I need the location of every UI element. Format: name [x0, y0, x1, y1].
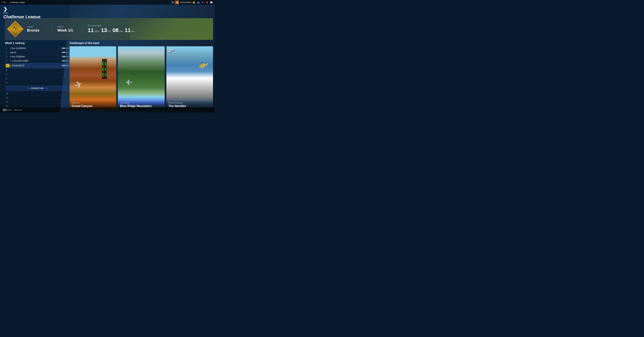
rank-num-5: 5: [6, 64, 9, 67]
friends-icon[interactable]: 👥: [196, 1, 200, 4]
top-bar-controls: B 🖼 CAndor#5319 🔔 👥 ⚙ 🔖 💬: [172, 0, 213, 4]
rank-num-10: 10: [6, 92, 10, 94]
min-count: 08: [112, 27, 118, 34]
promotion-arrow-right-icon: ⬆: [46, 87, 48, 90]
gate-visual: ❮❮ ❮❮ ❮❮: [102, 59, 107, 79]
series-label: Series 1: [57, 26, 78, 28]
league-banner: 🦅 ★ ★ ★ League Bronze Series 1 Week 1/1 …: [5, 18, 213, 40]
helicopter-icon: 🚁: [198, 59, 208, 68]
rank-pts-5: 163PTS: [62, 64, 69, 67]
gate-arrow-2: ❮❮: [102, 67, 107, 70]
days-count: 11: [88, 27, 94, 34]
ranking-row-3[interactable]: 3 2 Dev 75028484 309PTS: [5, 55, 70, 59]
chat-icon[interactable]: 💬: [210, 1, 213, 4]
challenge-card-needles[interactable]: 🚁 3RD Precision landing The Needles: [166, 46, 213, 110]
rank-num-4: 4: [6, 60, 10, 62]
plane-icon: ✈: [72, 78, 84, 92]
challenge-card-grand-canyon[interactable]: ✈ ❮❮ ❮❮ ❮❮ Rally race Grand Canyon: [70, 46, 116, 110]
star-1: ★: [12, 31, 14, 33]
badge-stars: ★ ★ ★: [12, 31, 18, 33]
week-info-block: Series 1 Week 1/1: [57, 26, 78, 32]
current-chevron-icon: ❯: [9, 64, 11, 67]
challenges-grid: ✈ ❮❮ ❮❮ ❮❮ Rally race Grand Canyon ✈: [70, 46, 213, 110]
rank-num-9: 9: [6, 82, 10, 84]
ranking-row-11: 11: [5, 96, 70, 100]
rank-num-12: 12: [6, 101, 10, 103]
needles-type: Precision landing: [168, 102, 211, 104]
bronze-badge: 🦅 ★ ★ ★: [8, 22, 22, 36]
week-label: Week 1/1: [57, 28, 78, 32]
breadcrumb: Home › Challenge League: [2, 1, 25, 3]
gate-arrow-1: ❮❮: [102, 62, 107, 65]
league-label: League: [27, 26, 47, 28]
back-button[interactable]: Esc Back: [2, 109, 12, 111]
countdown-block: End of the week 11 days 13 hrs 08 min 11…: [88, 25, 136, 34]
rank-num-3: 3: [6, 56, 10, 58]
username-label: CAndor#5319: [180, 1, 191, 3]
challenge-card-blue-ridge[interactable]: ✈ Low altitude Blue Ridge Mountains: [118, 46, 164, 110]
rank-num-6: 6: [6, 69, 10, 72]
ranking-title: Week 1 ranking: [5, 42, 70, 44]
ranking-row-9: 9: [5, 81, 70, 85]
rank-pts-2: 508PTS: [62, 51, 69, 54]
store-icon[interactable]: 🔖: [205, 1, 209, 4]
ranking-row-1[interactable]: 1 2 Dev 242288341 600PTS: [5, 46, 70, 50]
ranking-row-7: 7: [5, 72, 70, 77]
settings-icon[interactable]: ⚙: [201, 1, 204, 4]
rank-num-11: 11: [6, 96, 10, 99]
ranking-row-8: 8: [5, 77, 70, 81]
hrs-count: 13: [101, 27, 107, 34]
more-info-label: More info: [14, 109, 22, 111]
blue-ridge-type: Low altitude: [120, 102, 162, 104]
main-content: ❯ Home Challenge League 🦅 ★ ★ ★ League B…: [0, 5, 215, 112]
rank-name-1: 2 Dev 242288341: [10, 47, 62, 50]
grand-canyon-type: Rally race: [72, 102, 114, 104]
rank-name-5: CAndor#5319: [12, 64, 62, 67]
page-subtitle: Home: [3, 12, 41, 14]
ranking-row-12: 12: [5, 100, 70, 104]
days-unit: days: [94, 30, 100, 32]
ranking-row-5-current[interactable]: 5 ❯ CAndor#5319 163PTS: [5, 63, 70, 68]
breadcrumb-separator: ›: [8, 1, 8, 3]
badge-b: B: [172, 1, 174, 4]
rank-num-2: 2: [6, 51, 10, 54]
more-info-button[interactable]: More info: [14, 109, 22, 111]
bottom-bar: Esc Back More info: [0, 107, 215, 112]
cursor-indicator: ↗: [10, 60, 12, 62]
notifications-icon[interactable]: 🔔: [192, 1, 196, 4]
rank-pts-4: 181PTS: [62, 60, 69, 62]
rank-name-4: 2 Dev 907210999: [12, 60, 62, 62]
rank-num-8: 8: [6, 78, 10, 80]
ranking-row-4[interactable]: 4 ↗ 2 Dev 907210999 181PTS: [5, 59, 70, 63]
min-unit: min: [119, 30, 123, 32]
rankings-section: Week 1 ranking 1 2 Dev 242288341 600PTS …: [5, 42, 70, 107]
promotion-arrow-left-icon: ⬆: [27, 87, 29, 90]
divider-2: [82, 24, 83, 34]
league-name: Bronze: [27, 28, 47, 32]
top-bar: Home › Challenge League B 🖼 CAndor#5319 …: [0, 0, 215, 5]
promotion-bar: ⬆ PROMOTION ⬆: [5, 86, 70, 91]
end-label: End of the week: [88, 25, 136, 27]
badge-3rd: 3RD: [168, 48, 174, 53]
league-info-block: League Bronze: [27, 26, 47, 32]
challenges-title: Challenges of the week: [70, 42, 213, 44]
rank-name-3: 2 Dev 75028484: [10, 56, 62, 58]
hrs-unit: hrs: [108, 30, 111, 32]
league-banner-bg: [130, 18, 213, 40]
gate-arrow-3: ❮❮: [102, 73, 107, 76]
user-avatar: 🖼: [175, 0, 179, 4]
countdown-row: 11 days 13 hrs 08 min 11 sec: [88, 27, 136, 34]
rank-num-7: 7: [6, 73, 10, 76]
rank-name-2: swloch: [10, 51, 62, 54]
challenges-section: Challenges of the week ✈ ❮❮ ❮❮ ❮❮ Rally …: [70, 42, 213, 111]
ranking-row-6: 6: [5, 68, 70, 72]
rank-num-1: 1: [6, 47, 10, 50]
rank-num-13: 13: [6, 105, 10, 107]
rank-pts-3: 309PTS: [62, 56, 69, 58]
esc-key-badge: Esc: [2, 109, 7, 111]
nav-chevron-icon: ❯: [3, 6, 7, 12]
page-header: ❯ Home Challenge League: [3, 6, 41, 20]
promotion-label: PROMOTION: [31, 87, 44, 89]
ranking-row-2[interactable]: 2 swloch 508PTS: [5, 50, 70, 55]
breadcrumb-current: Challenge League: [10, 1, 25, 3]
